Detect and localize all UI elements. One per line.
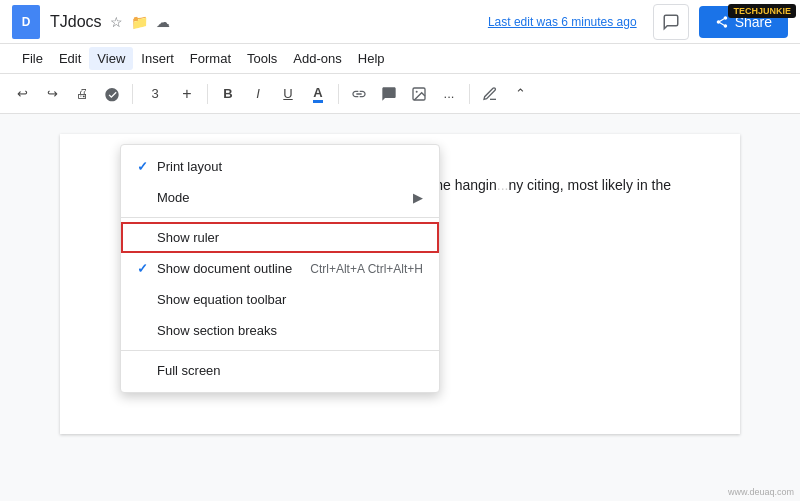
font-size-display: 3	[139, 86, 171, 101]
menu-insert[interactable]: Insert	[133, 47, 182, 70]
show-equation-toolbar-label: Show equation toolbar	[157, 292, 423, 307]
svg-point-1	[416, 90, 418, 92]
mode-item[interactable]: Mode ▶	[121, 182, 439, 213]
more-toolbar-button[interactable]: ...	[435, 80, 463, 108]
separator-1	[132, 84, 133, 104]
undo-button[interactable]: ↩	[8, 80, 36, 108]
cloud-icon[interactable]: ☁	[156, 14, 170, 30]
full-screen-label: Full screen	[157, 363, 423, 378]
menu-bar: File Edit View Insert Format Tools Add-o…	[0, 44, 800, 74]
view-dropdown-menu: ✓ Print layout Mode ▶ Show ruler ✓ Show …	[120, 144, 440, 393]
comment-toolbar-button[interactable]	[375, 80, 403, 108]
show-document-outline-check: ✓	[137, 261, 157, 276]
print-layout-item[interactable]: ✓ Print layout	[121, 151, 439, 182]
show-document-outline-label: Show document outline	[157, 261, 310, 276]
insert-image-button[interactable]	[405, 80, 433, 108]
separator-2	[207, 84, 208, 104]
folder-icon[interactable]: 📁	[131, 14, 148, 30]
underline-button[interactable]: U	[274, 80, 302, 108]
docs-icon: D	[12, 5, 40, 39]
show-section-breaks-label: Show section breaks	[157, 323, 423, 338]
show-ruler-item[interactable]: Show ruler	[121, 222, 439, 253]
separator-4	[469, 84, 470, 104]
menu-help[interactable]: Help	[350, 47, 393, 70]
menu-edit[interactable]: Edit	[51, 47, 89, 70]
pen-button[interactable]	[476, 80, 504, 108]
show-section-breaks-item[interactable]: Show section breaks	[121, 315, 439, 346]
chevron-up-button[interactable]: ⌃	[506, 80, 534, 108]
redo-button[interactable]: ↪	[38, 80, 66, 108]
menu-tools[interactable]: Tools	[239, 47, 285, 70]
comment-button[interactable]	[653, 4, 689, 40]
title-icons: ☆ 📁 ☁	[110, 14, 170, 30]
menu-addons[interactable]: Add-ons	[285, 47, 349, 70]
separator-dropdown-1	[121, 217, 439, 218]
text-color-button[interactable]: A	[304, 80, 332, 108]
italic-button[interactable]: I	[244, 80, 272, 108]
separator-dropdown-2	[121, 350, 439, 351]
menu-format[interactable]: Format	[182, 47, 239, 70]
menu-file[interactable]: File	[14, 47, 51, 70]
link-button[interactable]	[345, 80, 373, 108]
show-ruler-label: Show ruler	[157, 230, 423, 245]
separator-3	[338, 84, 339, 104]
edit-status: Last edit was 6 minutes ago	[488, 15, 637, 29]
show-document-outline-item[interactable]: ✓ Show document outline Ctrl+Alt+A Ctrl+…	[121, 253, 439, 284]
top-bar: D TJdocs ☆ 📁 ☁ Last edit was 6 minutes a…	[0, 0, 800, 44]
app-window: TECHJUNKIE D TJdocs ☆ 📁 ☁ Last edit was …	[0, 0, 800, 501]
show-document-outline-shortcut: Ctrl+Alt+A Ctrl+Alt+H	[310, 262, 423, 276]
toolbar: ↩ ↪ 🖨 3 + B I U A ... ⌃	[0, 74, 800, 114]
print-layout-check: ✓	[137, 159, 157, 174]
star-icon[interactable]: ☆	[110, 14, 123, 30]
menu-view[interactable]: View	[89, 47, 133, 70]
print-layout-label: Print layout	[157, 159, 423, 174]
mode-arrow: ▶	[413, 190, 423, 205]
bold-button[interactable]: B	[214, 80, 242, 108]
spellcheck-button[interactable]	[98, 80, 126, 108]
font-size-plus[interactable]: +	[173, 80, 201, 108]
mode-label: Mode	[157, 190, 413, 205]
watermark: www.deuaq.com	[728, 487, 794, 497]
document-area: If you're a student or a writer working …	[0, 114, 800, 501]
doc-title: TJdocs	[50, 13, 102, 31]
full-screen-item[interactable]: Full screen	[121, 355, 439, 386]
print-button[interactable]: 🖨	[68, 80, 96, 108]
techjunkie-badge: TECHJUNKIE	[728, 4, 796, 18]
show-equation-toolbar-item[interactable]: Show equation toolbar	[121, 284, 439, 315]
